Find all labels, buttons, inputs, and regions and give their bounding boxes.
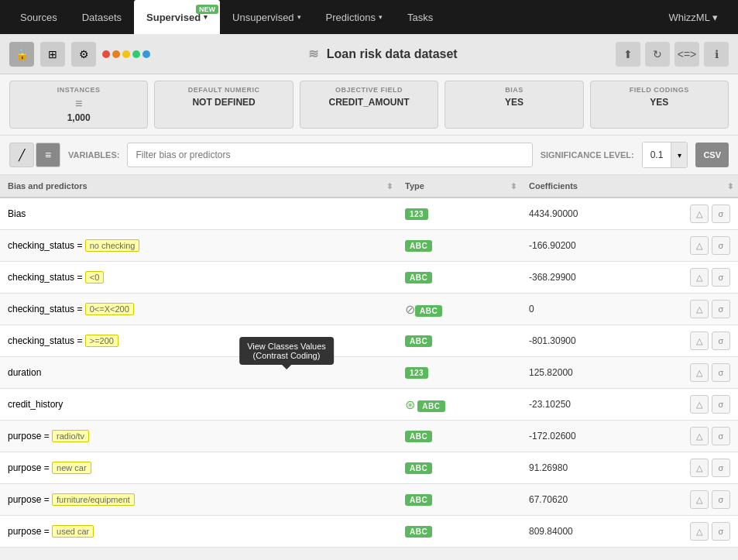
type-badge[interactable]: ABC (405, 240, 432, 252)
type-badge[interactable]: ABC (405, 431, 432, 442)
cell-type: ABC (397, 516, 521, 548)
variables-label: VARIABLES: (68, 150, 119, 160)
row-actions: △ σ (690, 332, 730, 350)
type-badge[interactable]: ABC (405, 494, 432, 506)
csv-button[interactable]: CSV (695, 143, 729, 167)
predictor-name: Bias (8, 208, 26, 219)
sigma-icon[interactable]: σ (712, 459, 730, 477)
type-badge[interactable]: ABC (417, 400, 445, 412)
sigma-icon[interactable]: σ (712, 427, 730, 445)
stat-bias-value: YES (453, 97, 575, 108)
type-badge[interactable]: 123 (405, 208, 428, 220)
triangle-icon[interactable]: △ (690, 459, 709, 477)
sigma-icon[interactable]: σ (712, 522, 730, 541)
sigma-icon[interactable]: σ (712, 490, 730, 509)
predictor-tag: <0 (85, 271, 105, 283)
upload-icon[interactable]: ⬆ (616, 42, 640, 67)
type-badge[interactable]: 123 (405, 367, 428, 379)
sort-coeff-icon[interactable]: ⬍ (727, 182, 733, 191)
nav-predictions[interactable]: Predictions ▾ (314, 0, 395, 34)
table-row: checking_status = 0<=X<200⊘ABC0 △ σ (0, 294, 738, 325)
type-badge[interactable]: ABC (405, 335, 432, 347)
triangle-icon[interactable]: △ (690, 490, 709, 509)
predictor-tag: no checking (85, 239, 140, 252)
lock-icon[interactable]: 🔒 (9, 42, 34, 67)
triangle-icon[interactable]: △ (690, 236, 709, 255)
filter-input[interactable] (127, 143, 532, 167)
cell-coefficient: 4434.90000 △ σ (521, 198, 738, 229)
cell-type: ABC (397, 325, 521, 357)
type-badge[interactable]: ABC (405, 462, 432, 474)
sigma-icon[interactable]: σ (712, 204, 730, 223)
sigma-icon[interactable]: σ (712, 236, 730, 255)
sigma-icon[interactable]: σ (712, 332, 730, 350)
coefficient-value: 67.70620 (529, 494, 568, 505)
triangle-icon[interactable]: △ (690, 395, 709, 414)
predictor-name: purpose = (8, 494, 52, 505)
sigma-icon[interactable]: σ (712, 363, 730, 382)
nav-sources[interactable]: Sources (8, 0, 70, 34)
nav-datasets[interactable]: Datasets (70, 0, 134, 34)
predictor-tag: furniture/equipment (52, 493, 135, 506)
triangle-icon[interactable]: △ (690, 268, 709, 287)
type-badge[interactable]: ABC (405, 526, 432, 538)
type-badge[interactable]: ABC (405, 272, 432, 283)
hierarchy-icon[interactable]: ⊞ (40, 42, 65, 67)
view-toggle: ╱ ≡ (9, 143, 60, 167)
view-table-btn[interactable]: ≡ (36, 143, 60, 167)
nav-tasks[interactable]: Tasks (395, 0, 445, 34)
toolbar-actions: ⬆ ↻ <=> ℹ (616, 42, 729, 67)
triangle-icon[interactable]: △ (690, 332, 709, 350)
nav-brand[interactable]: WhizzML ▾ (656, 0, 730, 34)
cell-type: ABC (397, 452, 521, 484)
view-chart-btn[interactable]: ╱ (9, 143, 34, 167)
type-badge[interactable]: ABC (415, 305, 442, 317)
cell-type: ⊘ABC (397, 294, 521, 325)
unsupervised-arrow: ▾ (297, 13, 301, 21)
predictor-tag: radio/tv (52, 430, 89, 442)
dot5 (142, 50, 150, 58)
cell-predictor: credit_history (0, 389, 397, 421)
table-row: checking_status = no checkingABC-166.902… (0, 230, 738, 262)
stat-objective-field-label: OBJECTIVE FIELD (308, 86, 430, 94)
info-icon[interactable]: ℹ (704, 42, 729, 67)
sort-predictor-icon[interactable]: ⬍ (386, 182, 393, 191)
cell-coefficient: -166.90200 △ σ (521, 230, 738, 261)
cell-coefficient: -23.10250 △ σ (521, 389, 738, 420)
triangle-icon[interactable]: △ (690, 300, 709, 318)
cell-predictor: checking_status = no checking (0, 230, 397, 262)
stats-bar: INSTANCES ≡ 1,000 DEFAULT NUMERIC NOT DE… (0, 74, 738, 136)
row-actions: △ σ (690, 363, 730, 382)
triangle-icon[interactable]: △ (690, 204, 709, 223)
sort-type-icon[interactable]: ⬍ (510, 182, 517, 191)
nav-unsupervised[interactable]: Unsupervised ▾ (220, 0, 314, 34)
config-icon[interactable]: ⚙ (71, 42, 96, 67)
predictor-name: purpose = (8, 462, 52, 473)
cell-predictor: purpose = radio/tv (0, 421, 397, 452)
table-row: purpose = new carABC91.26980 △ σ (0, 452, 738, 484)
predictor-name: credit_history (8, 399, 63, 410)
sig-arrow[interactable]: ▾ (671, 143, 687, 167)
triangle-icon[interactable]: △ (690, 363, 709, 382)
table-row: purpose = furniture/equipmentABC67.70620… (0, 484, 738, 516)
cell-type: 123 (397, 357, 521, 389)
col-coefficient: Coefficients ⬍ (521, 175, 738, 198)
triangle-icon[interactable]: △ (690, 427, 709, 445)
predictor-name: purpose = (8, 431, 52, 441)
refresh-icon[interactable]: ↻ (645, 42, 670, 67)
blocked-icon: ⊘ (405, 303, 415, 316)
stat-default-numeric: DEFAULT NUMERIC NOT DEFINED (154, 81, 293, 129)
sigma-icon[interactable]: σ (712, 300, 730, 318)
sigma-icon[interactable]: σ (712, 268, 730, 287)
coefficient-value: -166.90200 (529, 240, 576, 251)
predictor-tag: 0<=X<200 (85, 303, 134, 315)
code-icon[interactable]: <=> (674, 42, 699, 67)
sig-level-label: SIGNIFICANCE LEVEL: (541, 150, 634, 160)
triangle-icon[interactable]: △ (690, 522, 709, 541)
coefficient-value: 809.84000 (529, 526, 573, 537)
sig-control: 0.1 ▾ (642, 142, 688, 168)
nav-supervised[interactable]: Supervised NEW ▾ (134, 0, 220, 34)
coefficient-value: 4434.90000 (529, 208, 578, 219)
table-row: Bias1234434.90000 △ σ (0, 198, 738, 230)
sigma-icon[interactable]: σ (712, 395, 730, 414)
